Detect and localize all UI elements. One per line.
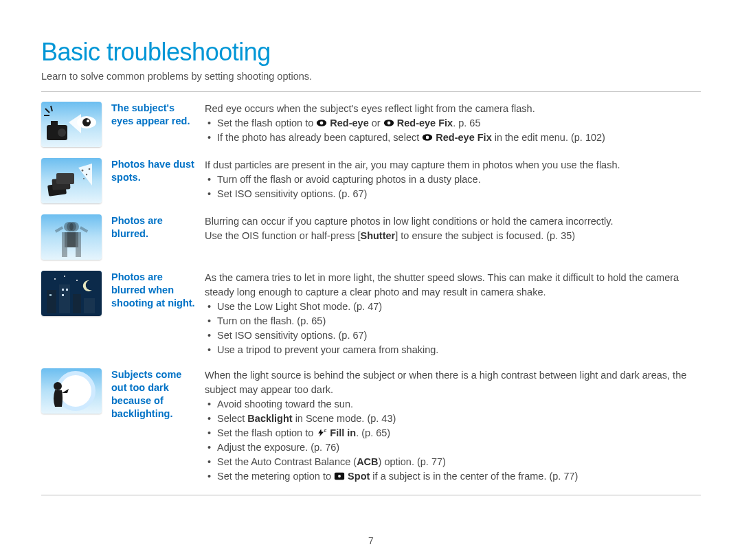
svg-rect-26	[80, 226, 88, 232]
problem-description: If dust particles are present in the air…	[205, 158, 701, 201]
svg-rect-25	[55, 226, 63, 232]
text: Set ISO sensitivity options. (p. 67)	[217, 188, 367, 199]
page-intro: Learn to solve common problems by settin…	[41, 71, 701, 92]
problem-label: The subject's eyes appear red.	[102, 102, 205, 128]
svg-text:F: F	[324, 429, 327, 433]
description-lead: If dust particles are present in the air…	[205, 158, 701, 172]
svg-rect-30	[47, 290, 56, 313]
text: Select	[217, 413, 247, 424]
bold-text: Red-eye	[330, 117, 368, 128]
text: Set the Auto Contrast Balance (	[217, 456, 357, 467]
text: if a subject is in the center of the fra…	[370, 471, 578, 482]
list-item: If the photo has already been captured, …	[205, 131, 701, 145]
bottom-separator	[41, 495, 701, 495]
svg-rect-37	[49, 294, 52, 296]
list-item: Set ISO sensitivity options. (p. 67)	[205, 187, 701, 201]
list-item: Set ISO sensitivity options. (p. 67)	[205, 328, 701, 343]
text: Use the Low Light Shot mode. (p. 47)	[217, 301, 382, 312]
text: Set the flash option to	[217, 427, 316, 438]
problem-thumbnail	[41, 214, 102, 260]
page-number: 7	[0, 535, 742, 546]
bold-text: ACB	[357, 456, 378, 467]
eye-icon	[316, 117, 327, 128]
svg-point-38	[54, 278, 56, 280]
list-item: Select Backlight in Scene mode. (p. 43)	[205, 412, 701, 426]
text: Set ISO sensitivity options. (p. 67)	[217, 330, 367, 341]
svg-point-4	[82, 118, 91, 126]
bold-text: Backlight	[247, 413, 292, 424]
svg-point-15	[82, 170, 84, 172]
list-item: Set the flash option to F Fill in. (p. 6…	[205, 426, 701, 440]
text: Use a tripod to prevent your camera from…	[217, 344, 438, 355]
svg-point-2	[58, 128, 66, 137]
svg-rect-27	[62, 247, 67, 257]
page-title: Basic troubleshooting	[41, 38, 701, 67]
text: ) option. (p. 77)	[379, 456, 446, 467]
bold-text: Red-eye Fix	[397, 117, 453, 128]
list-item: Set the flash option to Red-eye or Red-e…	[205, 116, 701, 131]
eye-fix-icon	[383, 117, 394, 128]
list-item: Turn on the flash. (p. 65)	[205, 314, 701, 328]
svg-point-21	[69, 222, 79, 232]
eye-fix-icon	[422, 132, 433, 143]
description-lead: As the camera tries to let in more light…	[205, 271, 701, 300]
list-item: Adjust the exposure. (p. 76)	[205, 440, 701, 455]
list-item: Set the Auto Contrast Balance (ACB) opti…	[205, 455, 701, 469]
svg-rect-34	[62, 289, 64, 291]
svg-rect-35	[66, 289, 68, 291]
bold-text: Spot	[348, 471, 370, 482]
text: . p. 65	[453, 117, 480, 128]
flash-fill-icon: F	[316, 427, 327, 438]
text: Use the OIS function or half-press [	[205, 230, 360, 241]
description-lead: Blurring can occur if you capture photos…	[205, 214, 701, 243]
problem-description: Red eye occurs when the subject's eyes r…	[205, 102, 701, 145]
text: or	[369, 117, 383, 128]
table-row: Photos are blurred when shooting at nigh…	[41, 271, 701, 357]
svg-rect-32	[73, 294, 81, 313]
problem-thumbnail	[41, 102, 102, 147]
text: Turn off the flash or avoid capturing ph…	[217, 174, 481, 185]
list-item: Use a tripod to prevent your camera from…	[205, 343, 701, 357]
spot-icon	[334, 471, 345, 482]
table-row: Photos are blurred.Blurring can occur if…	[41, 214, 701, 260]
svg-rect-33	[84, 298, 95, 313]
svg-point-46	[338, 475, 341, 478]
description-lead: When the light source is behind the subj…	[205, 368, 701, 397]
problem-label: Subjects come out too dark because of ba…	[102, 368, 205, 420]
problem-description: As the camera tries to let in more light…	[205, 271, 701, 357]
text: in the edit menu. (p. 102)	[492, 132, 605, 143]
bold-text: Fill in	[330, 427, 356, 438]
svg-point-17	[89, 168, 91, 170]
svg-point-18	[83, 178, 85, 179]
problem-thumbnail	[41, 158, 102, 203]
problem-description: Blurring can occur if you capture photos…	[205, 214, 701, 243]
problem-thumbnail	[41, 271, 102, 316]
svg-rect-14	[56, 173, 74, 184]
table-row: The subject's eyes appear red.Red eye oc…	[41, 102, 701, 147]
svg-point-40	[76, 280, 78, 281]
table-row: Subjects come out too dark because of ba…	[41, 368, 701, 484]
svg-rect-36	[62, 294, 64, 296]
table-row: Photos have dust spots.If dust particles…	[41, 158, 701, 203]
solution-list: Avoid shooting toward the sun.Select Bac…	[205, 397, 701, 484]
svg-point-16	[86, 174, 87, 175]
problem-label: Photos are blurred when shooting at nigh…	[102, 271, 205, 310]
solution-list: Use the Low Light Shot mode. (p. 47)Turn…	[205, 300, 701, 357]
list-item: Set the metering option to Spot if a sub…	[205, 469, 701, 484]
solution-list: Set the flash option to Red-eye or Red-e…	[205, 116, 701, 145]
text: Blurring can occur if you capture photos…	[205, 216, 614, 227]
text: Adjust the exposure. (p. 76)	[217, 442, 339, 453]
bold-text: Shutter	[360, 230, 395, 241]
problem-thumbnail	[41, 368, 102, 414]
svg-point-43	[54, 382, 62, 390]
solution-list: Turn off the flash or avoid capturing ph…	[205, 172, 701, 201]
svg-point-39	[64, 276, 65, 277]
svg-rect-28	[76, 247, 81, 257]
text: ] to ensure the subject is focused. (p. …	[395, 230, 575, 241]
svg-point-7	[320, 122, 324, 125]
text: Turn on the flash. (p. 65)	[217, 315, 326, 326]
svg-point-5	[87, 120, 89, 122]
list-item: Use the Low Light Shot mode. (p. 47)	[205, 300, 701, 314]
problem-description: When the light source is behind the subj…	[205, 368, 701, 484]
bold-text: Red-eye Fix	[436, 132, 491, 143]
